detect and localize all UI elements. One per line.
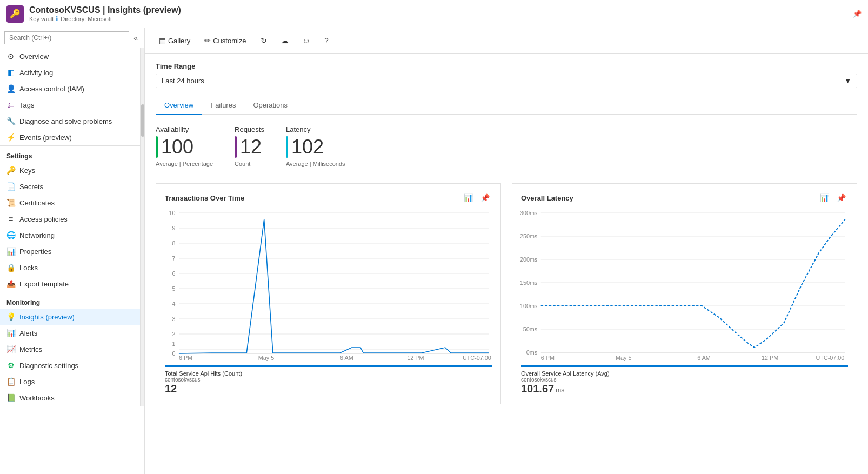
insights-content: Time Range Last 24 hours ▼ Overview Fail…	[145, 54, 868, 413]
chart-metrics-button[interactable]: 📊	[462, 192, 475, 203]
toolbar: ▦ Gallery ✏ Customize ↻ ☁ ☺ ?	[145, 28, 868, 54]
svg-text:12 PM: 12 PM	[762, 355, 778, 361]
metric-label: Availability	[156, 125, 213, 133]
svg-text:6 PM: 6 PM	[179, 355, 192, 361]
sidebar-item-export-template[interactable]: 📤 Export template	[0, 276, 140, 292]
sidebar-item-access-control[interactable]: 👤 Access control (IAM)	[0, 81, 140, 97]
charts-row: Transactions Over Time 📊 📌 10 9 8 7	[156, 183, 857, 404]
sidebar-item-label: Diagnose and solve problems	[19, 117, 112, 125]
chart-title: Overall Latency	[521, 194, 573, 202]
gallery-icon: ▦	[159, 36, 166, 45]
metric-card-requests: Requests 12 Count	[235, 125, 264, 167]
sidebar-item-secrets[interactable]: 📄 Secrets	[0, 178, 140, 195]
svg-text:9: 9	[172, 225, 175, 231]
sidebar-item-alerts[interactable]: 📊 Alerts	[0, 325, 140, 341]
metric-label: Latency	[286, 125, 345, 133]
gallery-label: Gallery	[168, 37, 190, 45]
sidebar-item-label: Insights (preview)	[19, 313, 75, 321]
chart-legend-subtitle: contosokvscus	[521, 377, 848, 383]
svg-text:May 5: May 5	[258, 355, 275, 361]
chart-pin-button[interactable]: 📌	[834, 192, 848, 203]
svg-text:7: 7	[172, 256, 175, 262]
sidebar-item-label: Secrets	[19, 183, 43, 191]
svg-text:10: 10	[169, 210, 175, 216]
logs-icon: 📋	[6, 377, 15, 386]
pin-icon[interactable]: 📌	[853, 10, 862, 18]
sidebar-item-diagnose[interactable]: 🔧 Diagnose and solve problems	[0, 113, 140, 129]
svg-text:8: 8	[172, 241, 175, 246]
svg-text:150ms: 150ms	[520, 280, 537, 286]
chart-metrics-button[interactable]: 📊	[818, 192, 831, 203]
metrics-row: Availability 100 Average | Percentage Re…	[156, 125, 857, 167]
svg-text:6: 6	[172, 271, 175, 277]
svg-text:250ms: 250ms	[520, 233, 537, 239]
chart-legend-title: Total Service Api Hits (Count)	[165, 370, 492, 377]
sidebar-item-label: Access policies	[19, 215, 68, 223]
sidebar-item-logs[interactable]: 📋 Logs	[0, 373, 140, 390]
networking-icon: 🌐	[6, 231, 15, 239]
sidebar-item-label: Metrics	[19, 345, 42, 353]
sidebar-item-diagnostic-settings[interactable]: ⚙ Diagnostic settings	[0, 357, 140, 373]
sidebar-item-overview[interactable]: ⊙ Overview	[0, 48, 140, 64]
metric-value-requests: 12	[240, 136, 262, 158]
tab-operations[interactable]: Operations	[244, 97, 296, 115]
chart-actions: 📊 📌	[818, 192, 848, 203]
transactions-chart-area: 10 9 8 7 6 5 4 3 2 1 0	[165, 210, 492, 361]
sidebar-search-wrapper: «	[0, 28, 144, 48]
sidebar-scroll: ⊙ Overview ◧ Activity log 👤 Access contr…	[0, 48, 144, 474]
chart-pin-button[interactable]: 📌	[478, 192, 492, 203]
customize-button[interactable]: ✏ Customize	[199, 34, 251, 48]
tab-overview[interactable]: Overview	[156, 97, 202, 115]
smiley-button[interactable]: ☺	[297, 34, 316, 48]
refresh-button[interactable]: ↻	[255, 34, 272, 48]
sidebar-item-insights-preview[interactable]: 💡 Insights (preview)	[0, 309, 140, 325]
metric-value-latency: 102	[291, 136, 324, 158]
sidebar-item-label: Workbooks	[19, 394, 55, 402]
sidebar-item-metrics[interactable]: 📈 Metrics	[0, 341, 140, 357]
app-icon: 🔑	[6, 5, 24, 23]
sidebar-nav: ⊙ Overview ◧ Activity log 👤 Access contr…	[0, 48, 140, 406]
feedback-icon: ☁	[281, 36, 289, 45]
sidebar-item-label: Export template	[19, 280, 69, 288]
sidebar-item-locks[interactable]: 🔒 Locks	[0, 259, 140, 276]
svg-text:300ms: 300ms	[520, 210, 537, 216]
collapse-icon[interactable]: «	[131, 31, 140, 44]
sidebar-item-label: Events (preview)	[19, 133, 72, 142]
chart-legend-transactions: Total Service Api Hits (Count) contosokv…	[165, 365, 492, 395]
feedback-button[interactable]: ☁	[276, 34, 294, 48]
time-range-select[interactable]: Last 24 hours ▼	[156, 74, 857, 88]
monitoring-section-header: Monitoring	[0, 292, 140, 309]
customize-icon: ✏	[204, 36, 211, 45]
help-button[interactable]: ?	[319, 34, 334, 48]
tabs: Overview Failures Operations	[156, 97, 857, 115]
tags-icon: 🏷	[6, 101, 15, 109]
sidebar-item-keys[interactable]: 🔑 Keys	[0, 162, 140, 178]
tab-failures[interactable]: Failures	[202, 97, 244, 115]
title-bar: 🔑 ContosoKVSCUS | Insights (preview) Key…	[0, 0, 868, 28]
sidebar-item-workbooks[interactable]: 📗 Workbooks	[0, 390, 140, 406]
access-policies-icon: ≡	[6, 215, 15, 223]
secrets-icon: 📄	[6, 182, 15, 191]
metric-bar-requests	[235, 136, 237, 158]
svg-text:100ms: 100ms	[520, 303, 537, 309]
svg-text:6 AM: 6 AM	[697, 355, 711, 361]
search-input[interactable]	[4, 31, 129, 44]
sidebar-item-tags[interactable]: 🏷 Tags	[0, 97, 140, 113]
chart-legend-value: 12	[165, 383, 492, 395]
gallery-button[interactable]: ▦ Gallery	[153, 34, 196, 48]
scrollbar-thumb[interactable]	[141, 104, 144, 137]
workbooks-icon: 📗	[6, 393, 15, 402]
sidebar-item-certificates[interactable]: 📜 Certificates	[0, 195, 140, 211]
sidebar-item-access-policies[interactable]: ≡ Access policies	[0, 211, 140, 227]
sidebar-item-properties[interactable]: 📊 Properties	[0, 243, 140, 259]
svg-text:2: 2	[172, 331, 175, 337]
sidebar-item-label: Keys	[19, 166, 35, 175]
insights-icon: 💡	[6, 312, 15, 321]
svg-text:5: 5	[172, 286, 175, 292]
svg-text:200ms: 200ms	[520, 257, 537, 263]
sidebar-item-events[interactable]: ⚡ Events (preview)	[0, 129, 140, 145]
sidebar-item-activity-log[interactable]: ◧ Activity log	[0, 64, 140, 81]
sidebar-item-networking[interactable]: 🌐 Networking	[0, 227, 140, 243]
svg-text:6 AM: 6 AM	[340, 355, 353, 361]
main-content: ▦ Gallery ✏ Customize ↻ ☁ ☺ ?	[145, 28, 868, 474]
